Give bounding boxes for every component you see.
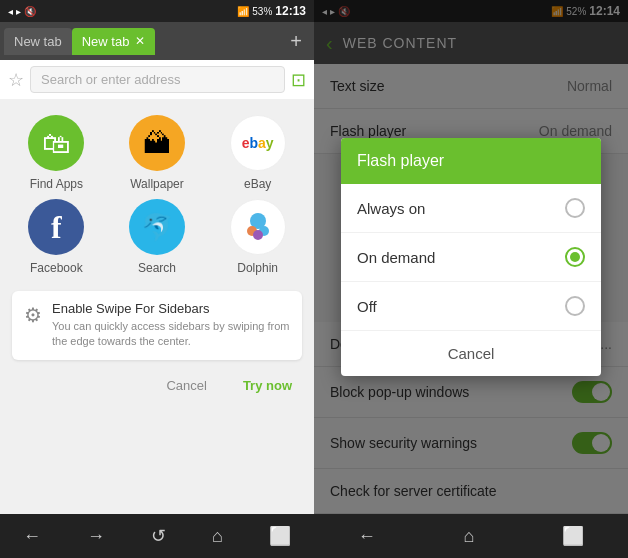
modal-overlay: Flash player Always on On demand Off Can… <box>314 0 628 514</box>
dial-item-findapps[interactable]: 🛍 Find Apps <box>16 115 96 191</box>
modal-option-on-demand[interactable]: On demand <box>341 233 601 282</box>
tab-inactive-label: New tab <box>14 34 62 49</box>
svg-point-3 <box>253 230 263 240</box>
dial-item-ebay[interactable]: ebay eBay <box>218 115 298 191</box>
left-nav-bar: ← → ↺ ⌂ ⬜ <box>0 514 314 558</box>
back-button[interactable]: ← <box>15 518 49 555</box>
wallpaper-label: Wallpaper <box>130 177 184 191</box>
signal-icon: 📶 <box>237 6 249 17</box>
search-label: Search <box>138 261 176 275</box>
right-panel: ◂ ▸ 🔇 📶 52% 12:14 ‹ WEB CONTENT Text siz… <box>314 0 628 558</box>
modal-cancel-button[interactable]: Cancel <box>341 331 601 376</box>
modal-title: Flash player <box>357 152 444 169</box>
right-recent-button[interactable]: ⬜ <box>554 517 592 555</box>
dial-item-search[interactable]: 🐬 Search <box>117 199 197 275</box>
forward-button[interactable]: → <box>79 518 113 555</box>
tabs-button[interactable]: ⬜ <box>261 517 299 555</box>
left-status-bar: ◂ ▸ 🔇 📶 53% 12:13 <box>0 0 314 22</box>
left-panel: ◂ ▸ 🔇 📶 53% 12:13 New tab New tab ✕ + ☆ … <box>0 0 314 558</box>
off-radio[interactable] <box>565 296 585 316</box>
dolphin-label: Dolphin <box>237 261 278 275</box>
close-icon[interactable]: ✕ <box>135 34 145 48</box>
swipe-desc: You can quickly access sidebars by swipi… <box>52 319 290 350</box>
always-on-label: Always on <box>357 200 425 217</box>
ebay-icon: ebay <box>230 115 286 171</box>
home-button[interactable]: ⌂ <box>204 518 231 555</box>
left-time: 12:13 <box>275 4 306 18</box>
ebay-label: eBay <box>244 177 271 191</box>
battery-text: 53% <box>252 6 272 17</box>
dial-item-dolphin[interactable]: Dolphin <box>218 199 298 275</box>
off-label: Off <box>357 298 377 315</box>
swipe-actions: Cancel Try now <box>0 368 314 407</box>
findapps-label: Find Apps <box>30 177 83 191</box>
always-on-radio[interactable] <box>565 198 585 218</box>
refresh-button[interactable]: ↺ <box>143 517 174 555</box>
address-input[interactable]: Search or enter address <box>30 66 285 93</box>
flash-player-modal: Flash player Always on On demand Off Can… <box>341 138 601 376</box>
share-icon[interactable]: ⊡ <box>291 69 306 91</box>
right-home-button[interactable]: ⌂ <box>456 518 483 555</box>
bookmark-icon[interactable]: ☆ <box>8 69 24 91</box>
on-demand-radio[interactable] <box>565 247 585 267</box>
modal-option-off[interactable]: Off <box>341 282 601 331</box>
add-tab-button[interactable]: + <box>282 30 310 53</box>
on-demand-label: On demand <box>357 249 435 266</box>
dolphin-icon <box>230 199 286 255</box>
left-status-left: ◂ ▸ 🔇 <box>8 6 36 17</box>
facebook-label: Facebook <box>30 261 83 275</box>
dial-item-facebook[interactable]: f Facebook <box>16 199 96 275</box>
swipe-banner: ⚙ Enable Swipe For Sidebars You can quic… <box>12 291 302 360</box>
try-now-button[interactable]: Try now <box>233 372 302 399</box>
wallpaper-icon: 🏔 <box>129 115 185 171</box>
modal-option-always-on[interactable]: Always on <box>341 184 601 233</box>
cancel-swipe-button[interactable]: Cancel <box>156 372 216 399</box>
swipe-icon: ⚙ <box>24 303 42 327</box>
tab-inactive[interactable]: New tab <box>4 28 72 55</box>
swipe-title: Enable Swipe For Sidebars <box>52 301 290 316</box>
left-status-icons: 📶 53% 12:13 <box>237 4 306 18</box>
right-back-button[interactable]: ← <box>350 518 384 555</box>
address-bar: ☆ Search or enter address ⊡ <box>0 60 314 99</box>
modal-header: Flash player <box>341 138 601 184</box>
findapps-icon: 🛍 <box>28 115 84 171</box>
tab-bar: New tab New tab ✕ + <box>0 22 314 60</box>
dial-item-wallpaper[interactable]: 🏔 Wallpaper <box>117 115 197 191</box>
tab-active[interactable]: New tab ✕ <box>72 28 156 55</box>
right-nav-bar: ← ⌂ ⬜ <box>314 514 628 558</box>
search-dial-icon: 🐬 <box>129 199 185 255</box>
swipe-text-block: Enable Swipe For Sidebars You can quickl… <box>52 301 290 350</box>
tab-active-label: New tab <box>82 34 130 49</box>
facebook-icon: f <box>28 199 84 255</box>
speed-dial: 🛍 Find Apps 🏔 Wallpaper ebay eBay f Face… <box>0 99 314 283</box>
address-placeholder: Search or enter address <box>41 72 180 87</box>
